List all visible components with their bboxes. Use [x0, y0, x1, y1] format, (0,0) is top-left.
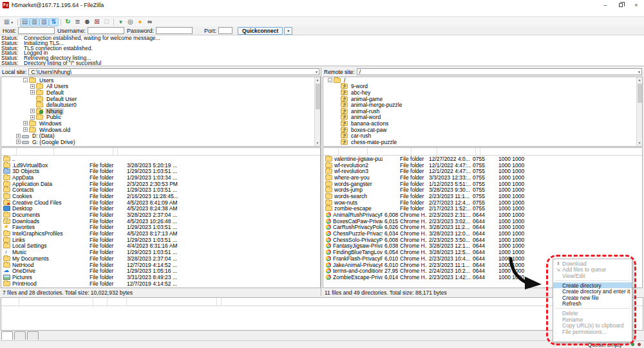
remote-tree-item[interactable]: car-rush: [323, 133, 642, 139]
remote-tree-item[interactable]: animal-merge-puzzle: [323, 102, 642, 108]
remote-file-row[interactable]: ChessPuzzle-PrivacyP...6,034Chrome H...3…: [323, 230, 642, 237]
queue-tab[interactable]: [27, 331, 39, 340]
remote-file-row[interactable]: wf-revolution3File folder12/1/2022 4:47:…: [323, 168, 642, 174]
remote-file-row[interactable]: CarRushPrivacyPolicy...6,026Chrome H...3…: [323, 224, 642, 231]
remote-file-row[interactable]: AnimalRushPrivacyPo...6,008Chrome H...2/…: [323, 212, 642, 218]
local-file-row[interactable]: DesktopFile folder4/5/2023 8:24:38 AM: [1, 206, 320, 212]
menu-bar-item[interactable]: [15, 10, 23, 16]
menu-bar-item[interactable]: [23, 10, 31, 16]
local-file-row[interactable]: LinksFile folder1/29/2023 1:03:51 ...: [1, 237, 320, 243]
local-tree-item[interactable]: +All Users: [1, 84, 320, 90]
remote-file-row[interactable]: wf-revolution2File folder12/1/2022 4:47:…: [323, 162, 642, 169]
tree-expander-icon[interactable]: +: [16, 140, 21, 144]
toolbar-button[interactable]: [145, 18, 155, 26]
column-header[interactable]: [437, 148, 476, 155]
queue-column-header[interactable]: [1, 298, 19, 306]
local-file-row[interactable]: Application DataFile folder2/3/2023 2:30…: [1, 181, 320, 187]
toolbar-button[interactable]: [39, 18, 49, 26]
context-menu-item[interactable]: Download: [553, 261, 632, 267]
context-menu-item[interactable]: File permissions...: [553, 329, 632, 335]
menu-bar-item[interactable]: [0, 10, 8, 16]
quickconnect-dropdown-icon[interactable]: ▾: [284, 27, 292, 35]
toolbar-button[interactable]: [20, 18, 30, 26]
toolbar-button[interactable]: [63, 18, 73, 26]
queue-column-header[interactable]: [93, 298, 108, 306]
tree-expander-icon[interactable]: +: [30, 84, 35, 89]
tree-expander-icon[interactable]: -: [328, 78, 332, 82]
local-tree-item[interactable]: -Users: [1, 77, 320, 84]
local-file-row[interactable]: 3D ObjectsFile folder1/29/2023 1:03:51 .…: [1, 168, 320, 174]
local-tree-item[interactable]: +Public: [1, 114, 320, 121]
menu-bar-item[interactable]: [39, 10, 46, 16]
queue-column-header[interactable]: [127, 298, 217, 306]
toolbar-button[interactable]: [116, 18, 126, 26]
scrollbar-thumb[interactable]: [638, 84, 642, 103]
menu-bar-item[interactable]: [31, 10, 39, 16]
remote-path-combobox[interactable]: / ▾: [357, 68, 642, 75]
queue-column-header[interactable]: [108, 298, 127, 306]
context-menu-item[interactable]: Rename: [553, 316, 632, 323]
local-file-row[interactable]: CookiesFile folder2/16/2023 11:28:45...: [1, 193, 320, 199]
column-header[interactable]: [368, 148, 412, 155]
local-tree-item[interactable]: +Windows: [1, 120, 320, 127]
remote-file-row[interactable]: FindingBlueTangLove...6,054Chrome H...3/…: [323, 249, 642, 255]
remote-tree-item[interactable]: animal-word: [323, 114, 642, 121]
local-file-row[interactable]: FavoritesFile folder1/29/2023 1:03:51 ..…: [1, 224, 320, 231]
local-file-row[interactable]: Creative Cloud FilesFile folder4/5/2023 …: [1, 199, 320, 206]
scroll-down-icon[interactable]: ▼: [637, 140, 642, 146]
tree-expander-icon[interactable]: +: [30, 109, 35, 113]
tree-expander-icon[interactable]: +: [23, 121, 28, 125]
column-header[interactable]: [54, 148, 113, 155]
menu-bar-item[interactable]: [46, 10, 54, 16]
toolbar-button[interactable]: [92, 18, 102, 26]
local-file-row[interactable]: MusicFile folder1/29/2023 1:03:51 ...: [1, 249, 320, 255]
local-tree-item[interactable]: defaultuser0: [1, 102, 320, 108]
minimize-button[interactable]: –: [598, 0, 613, 10]
remote-tree-item[interactable]: banana-actions: [323, 120, 642, 127]
remote-tree-item[interactable]: -/: [323, 77, 642, 84]
queue-tab[interactable]: [14, 331, 26, 340]
remote-file-row[interactable]: words-jumpFile folder3/28/2023 9:30...07…: [323, 187, 642, 193]
local-file-row[interactable]: DownloadsFile folder4/5/2023 10:26:48 ..…: [1, 218, 320, 224]
local-tree-item[interactable]: +Default: [1, 89, 320, 96]
quickconnect-button[interactable]: Quickconnect: [238, 27, 283, 35]
toolbar-button[interactable]: [1, 18, 15, 26]
local-file-row[interactable]: PrintHoodFile folder12/7/2019 4:14:52 ..…: [1, 280, 320, 287]
remote-tree-item[interactable]: animal-rush: [323, 108, 642, 114]
queue-column-header[interactable]: [19, 298, 93, 306]
chevron-down-icon[interactable]: ▾: [638, 69, 640, 74]
toolbar-button[interactable]: [30, 18, 39, 26]
scroll-up-icon[interactable]: ▲: [637, 77, 642, 83]
column-header[interactable]: [323, 148, 339, 155]
local-file-row[interactable]: NetHoodFile folder12/7/2019 4:14:52 ...: [1, 262, 320, 268]
local-tree-item[interactable]: +D: (Data): [1, 133, 320, 139]
restore-button[interactable]: [613, 0, 629, 10]
local-tree-item[interactable]: +G: (Google Drive): [1, 139, 320, 145]
column-header[interactable]: [476, 148, 480, 155]
host-input[interactable]: [18, 27, 55, 34]
remote-file-row[interactable]: BoxesCatPaw-Privacy...6,015Chrome H...2/…: [323, 218, 642, 224]
remote-file-row[interactable]: words-gangsterFile folder1/12/2023 5:51:…: [323, 181, 642, 187]
local-tree-scrollbar[interactable]: ▲ ▼: [314, 77, 320, 146]
remote-tree-item[interactable]: abc-hey: [323, 89, 642, 96]
queue-tab[interactable]: [1, 331, 13, 340]
scroll-up-icon[interactable]: ▲: [315, 77, 320, 83]
remote-file-row[interactable]: FantasyJigsaw-Privacy...6,038Chrome H...…: [323, 243, 642, 250]
scrollbar-thumb[interactable]: [316, 84, 320, 109]
column-header[interactable]: [339, 148, 368, 155]
toolbar-button[interactable]: [102, 18, 111, 26]
remote-file-row[interactable]: ChessSolo-PrivacyPoli...6,008Chrome H...…: [323, 237, 642, 243]
local-file-row[interactable]: ContactsFile folder1/29/2023 1:03:51 ...: [1, 187, 320, 193]
column-header[interactable]: [412, 148, 437, 155]
password-input[interactable]: [156, 27, 193, 34]
tree-expander-icon[interactable]: +: [16, 134, 21, 138]
local-path-combobox[interactable]: C:\Users\Nhung\ ▾: [28, 68, 319, 75]
tree-expander-icon[interactable]: +: [30, 90, 35, 95]
context-menu-item[interactable]: Create directory: [553, 282, 632, 289]
queue-column-header[interactable]: [217, 298, 222, 306]
toolbar-button[interactable]: [82, 18, 92, 26]
column-header[interactable]: [17, 148, 54, 155]
local-file-row[interactable]: .Ld9VirtualBoxFile folder3/28/2023 5:20:…: [1, 162, 320, 169]
username-input[interactable]: [88, 27, 124, 34]
local-file-row[interactable]: ..: [1, 156, 320, 162]
